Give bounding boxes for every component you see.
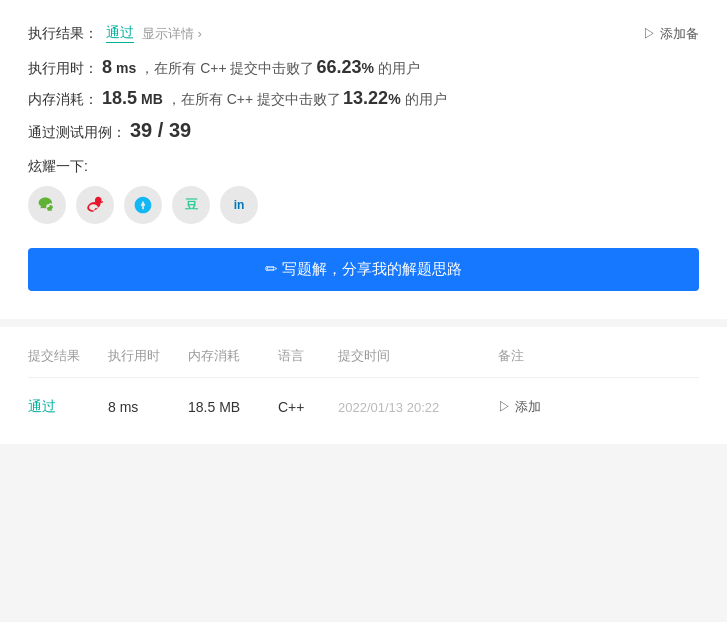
mem-text: ，在所有 C++ 提交中击败了 <box>167 91 341 109</box>
time-suffix: 的用户 <box>378 60 420 78</box>
show-off-label: 炫耀一下: <box>28 158 699 176</box>
mem-label: 内存消耗： <box>28 91 98 109</box>
social-icons: 豆 in <box>28 186 699 224</box>
test-label: 通过测试用例： <box>28 124 126 142</box>
status-pass[interactable]: 通过 <box>106 24 134 43</box>
wechat-icon[interactable] <box>28 186 66 224</box>
execution-label: 执行结果： <box>28 25 98 43</box>
col-header-status: 提交结果 <box>28 347 108 365</box>
add-note-label: ▷ 添加备 <box>643 25 699 43</box>
test-value: 39 / 39 <box>130 119 191 142</box>
result-left: 执行结果： 通过 显示详情 › <box>28 24 202 43</box>
time-unit: ms <box>116 60 136 76</box>
row-date: 2022/01/13 20:22 <box>338 400 498 415</box>
row-status: 通过 <box>28 398 108 416</box>
table-header: 提交结果 执行用时 内存消耗 语言 提交时间 备注 <box>28 347 699 378</box>
time-text: ，在所有 C++ 提交中击败了 <box>140 60 314 78</box>
time-value: 8 <box>102 57 112 78</box>
mem-percent-sign: % <box>388 91 400 107</box>
result-row: 执行结果： 通过 显示详情 › ▷ 添加备 <box>28 24 699 43</box>
time-stat-row: 执行用时： 8 ms ，在所有 C++ 提交中击败了 66.23 % 的用户 <box>28 57 699 78</box>
col-header-mem: 内存消耗 <box>188 347 278 365</box>
time-percent: 66.23 <box>317 57 362 78</box>
mem-suffix: 的用户 <box>405 91 447 109</box>
row-lang: C++ <box>278 399 338 415</box>
row-memory: 18.5 MB <box>188 399 278 415</box>
mem-value: 18.5 <box>102 88 137 109</box>
douban-icon[interactable]: 豆 <box>172 186 210 224</box>
col-header-time: 执行用时 <box>108 347 188 365</box>
show-detail-link[interactable]: 显示详情 › <box>142 25 202 43</box>
test-case-row: 通过测试用例： 39 / 39 <box>28 119 699 142</box>
mem-stat-row: 内存消耗： 18.5 MB ，在所有 C++ 提交中击败了 13.22 % 的用… <box>28 88 699 109</box>
col-header-date: 提交时间 <box>338 347 498 365</box>
table-row: 通过 8 ms 18.5 MB C++ 2022/01/13 20:22 ▷ 添… <box>28 390 699 424</box>
time-label: 执行用时： <box>28 60 98 78</box>
mem-percent: 13.22 <box>343 88 388 109</box>
add-note-button[interactable]: ▷ 添加备 <box>643 25 699 43</box>
mem-unit: MB <box>141 91 163 107</box>
submission-table: 提交结果 执行用时 内存消耗 语言 提交时间 备注 通过 8 ms 18.5 M… <box>0 327 727 444</box>
weibo-icon[interactable] <box>76 186 114 224</box>
time-percent-sign: % <box>362 60 374 76</box>
row-add-note[interactable]: ▷ 添加 <box>498 398 699 416</box>
col-header-lang: 语言 <box>278 347 338 365</box>
row-time: 8 ms <box>108 399 188 415</box>
qq-icon[interactable] <box>124 186 162 224</box>
col-header-note: 备注 <box>498 347 699 365</box>
linkedin-icon[interactable]: in <box>220 186 258 224</box>
write-solution-button[interactable]: ✏ 写题解，分享我的解题思路 <box>28 248 699 291</box>
